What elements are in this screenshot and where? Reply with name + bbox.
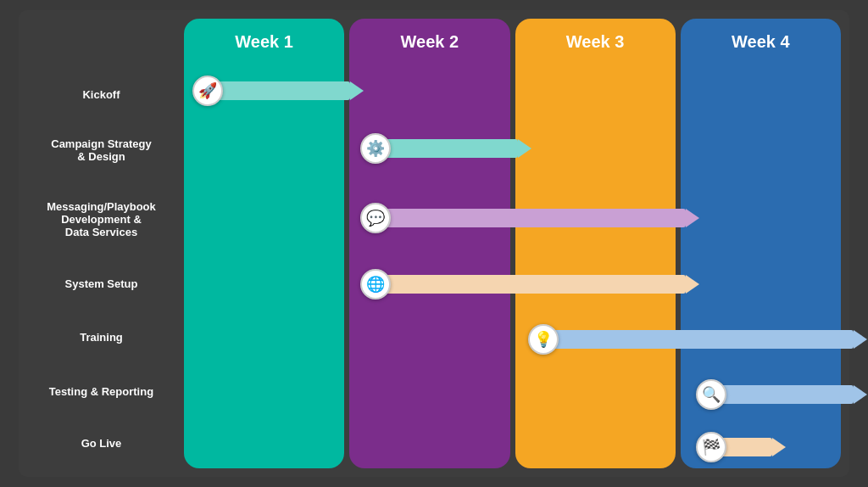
- week4-header: Week 4: [681, 19, 841, 65]
- week3-header: Week 3: [515, 19, 676, 65]
- label-kickoff: Kickoff: [19, 70, 184, 120]
- week3-label: Week 3: [566, 32, 625, 52]
- week2-body: [349, 65, 509, 468]
- label-testing: Testing & Reporting: [19, 365, 184, 419]
- label-campaign: Campaign Strategy& Design: [19, 120, 184, 182]
- weeks-header-row: Week 1 Week 2 Week 3 Week 4: [184, 19, 841, 65]
- week1-body: [184, 65, 344, 468]
- label-golive: Go Live: [19, 418, 184, 468]
- week2-label: Week 2: [401, 32, 459, 52]
- weeks-wrapper: Week 1 Week 2 Week 3 Week 4 🚀⚙️💬🌐💡🔍🏁: [184, 19, 841, 468]
- week3-body: [515, 65, 676, 468]
- label-system-setup: System Setup: [19, 256, 184, 311]
- week4-label: Week 4: [732, 32, 790, 52]
- week1-label: Week 1: [235, 32, 293, 52]
- row-labels: Kickoff Campaign Strategy& Design Messag…: [19, 19, 184, 468]
- label-training: Training: [19, 311, 184, 365]
- week1-header: Week 1: [184, 19, 344, 65]
- weeks-body: 🚀⚙️💬🌐💡🔍🏁: [184, 65, 841, 468]
- label-messaging: Messaging/PlaybookDevelopment &Data Serv…: [19, 182, 184, 256]
- week2-header: Week 2: [349, 19, 509, 65]
- main-container: Kickoff Campaign Strategy& Design Messag…: [19, 10, 849, 477]
- week4-body: [681, 65, 841, 468]
